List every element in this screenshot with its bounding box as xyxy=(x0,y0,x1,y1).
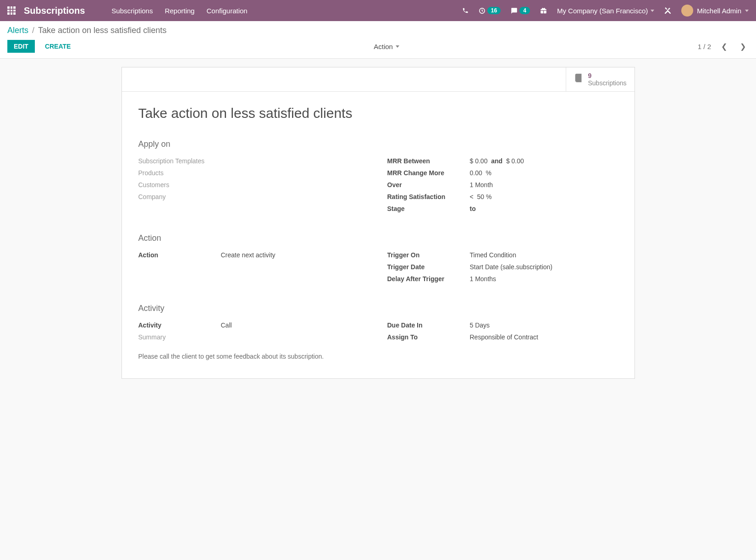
label-assign-to: Assign To xyxy=(387,333,461,341)
user-menu[interactable]: Mitchell Admin xyxy=(681,5,749,17)
stat-label: Subscriptions xyxy=(588,79,627,87)
activity-badge: 16 xyxy=(487,7,501,14)
value-mrr-low: $ 0.00 xyxy=(470,157,488,165)
tools-icon[interactable] xyxy=(664,7,671,14)
phone-icon[interactable] xyxy=(462,7,469,14)
label-summary: Summary xyxy=(138,333,212,341)
app-title: Subscriptions xyxy=(24,6,85,16)
label-company: Company xyxy=(138,193,212,200)
breadcrumb-current: Take action on less satisfied clients xyxy=(38,26,166,35)
value-activity: Call xyxy=(221,322,232,329)
label-stage: Stage xyxy=(387,205,461,212)
chevron-down-icon xyxy=(651,10,654,12)
section-heading: Activity xyxy=(138,304,618,313)
nav-link-subscriptions[interactable]: Subscriptions xyxy=(111,7,153,15)
record-title: Take action on less satisfied clients xyxy=(138,105,618,121)
chevron-down-icon xyxy=(396,45,399,48)
chevron-down-icon xyxy=(745,10,749,12)
avatar xyxy=(681,5,693,17)
top-nav: Subscriptions Subscriptions Reporting Co… xyxy=(0,0,756,21)
pager-text: 1 / 2 xyxy=(698,43,711,50)
section-heading: Apply on xyxy=(138,139,618,149)
label-mrr-change: MRR Change More xyxy=(387,169,461,177)
stat-count: 9 xyxy=(588,72,627,79)
label-action: Action xyxy=(138,251,212,259)
nav-links: Subscriptions Reporting Configuration xyxy=(111,7,247,15)
value-trigger-on: Timed Condition xyxy=(470,251,516,259)
stat-subscriptions[interactable]: 9 Subscriptions xyxy=(566,67,635,91)
label-customers: Customers xyxy=(138,181,212,189)
label-due-date: Due Date In xyxy=(387,322,461,329)
value-rating: 50 xyxy=(477,193,484,200)
section-apply-on: Apply on Subscription Templates Products… xyxy=(138,139,618,217)
main: 9 Subscriptions Take action on less sati… xyxy=(0,59,756,390)
stat-bar: 9 Subscriptions xyxy=(122,67,635,92)
label-rating: Rating Satisfaction xyxy=(387,193,461,200)
section-heading: Action xyxy=(138,233,618,243)
section-activity: Activity Activity Call Summary xyxy=(138,304,618,360)
value-mrr-high: $ 0.00 xyxy=(506,157,524,165)
value-mrr-change: 0.00 xyxy=(470,169,482,177)
label-delay: Delay After Trigger xyxy=(387,275,461,283)
pager-prev[interactable]: ❮ xyxy=(718,41,730,52)
value-due-date: 5 Days xyxy=(470,322,490,329)
apps-icon[interactable] xyxy=(7,6,16,15)
label-products: Products xyxy=(138,169,212,177)
label-over: Over xyxy=(387,181,461,189)
company-name: My Company (San Francisco) xyxy=(557,7,648,15)
activity-note: Please call the client to get some feedb… xyxy=(138,353,618,360)
create-button[interactable]: CREATE xyxy=(40,40,76,53)
nav-link-configuration[interactable]: Configuration xyxy=(206,7,247,15)
breadcrumb-parent[interactable]: Alerts xyxy=(7,26,28,35)
nav-right: 16 4 My Company (San Francisco) Mitchell… xyxy=(462,5,749,17)
edit-button[interactable]: EDIT xyxy=(7,40,35,53)
book-icon xyxy=(574,73,584,86)
value-delay: 1 Months xyxy=(470,275,497,283)
label-activity: Activity xyxy=(138,322,212,329)
company-switcher[interactable]: My Company (San Francisco) xyxy=(557,7,654,15)
label-trigger-on: Trigger On xyxy=(387,251,461,259)
messages-icon[interactable]: 4 xyxy=(511,7,530,14)
activity-icon[interactable]: 16 xyxy=(479,7,501,14)
user-name: Mitchell Admin xyxy=(697,7,741,15)
value-action: Create next activity xyxy=(221,251,276,259)
value-over: 1 Month xyxy=(470,181,493,189)
label-mrr-between: MRR Between xyxy=(387,157,461,165)
breadcrumb: Alerts / Take action on less satisfied c… xyxy=(7,26,749,35)
value-trigger-date: Start Date (sale.subscription) xyxy=(470,263,553,271)
nav-link-reporting[interactable]: Reporting xyxy=(165,7,194,15)
pager-next[interactable]: ❯ xyxy=(737,41,749,52)
control-panel: Alerts / Take action on less satisfied c… xyxy=(0,21,756,59)
gift-icon[interactable] xyxy=(540,7,547,14)
section-action: Action Action Create next activity Trigg… xyxy=(138,233,618,287)
value-assign-to: Responsible of Contract xyxy=(470,333,538,341)
label-trigger-date: Trigger Date xyxy=(387,263,461,271)
action-menu[interactable]: Action xyxy=(374,43,399,50)
messages-badge: 4 xyxy=(519,7,530,14)
form-card: 9 Subscriptions Take action on less sati… xyxy=(121,67,635,379)
label-subscription-templates: Subscription Templates xyxy=(138,157,212,165)
